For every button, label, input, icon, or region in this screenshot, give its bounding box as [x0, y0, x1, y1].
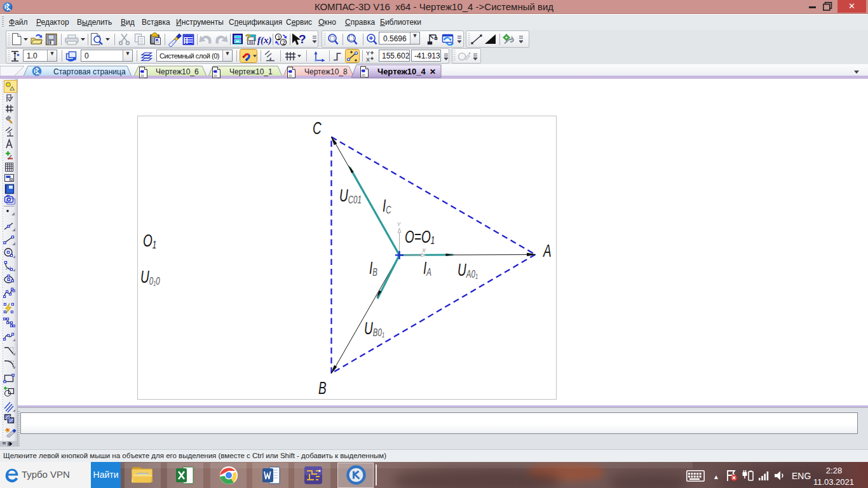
svg-text:C: C	[313, 118, 322, 138]
svg-text:B: B	[318, 377, 327, 398]
svg-text:O=O1: O=O1	[405, 226, 435, 247]
svg-text:✕: ✕	[430, 67, 436, 76]
svg-text:Y: Y	[366, 50, 370, 57]
svg-text:X: X	[421, 247, 426, 254]
svg-text:f(x): f(x)	[257, 35, 272, 46]
svg-text:1: 1	[277, 34, 280, 41]
svg-text:X: X	[366, 57, 370, 63]
svg-text:?: ?	[299, 32, 306, 46]
svg-text:Чертеж10_4: Чертеж10_4	[377, 67, 426, 76]
svg-text:Чертеж10_1: Чертеж10_1	[229, 67, 273, 76]
svg-text:2: 2	[282, 39, 285, 46]
svg-text:Y: Y	[397, 221, 402, 227]
svg-text:Стартовая страница: Стартовая страница	[53, 67, 126, 76]
svg-text:?: ?	[245, 32, 251, 43]
svg-text:Чертеж10_6: Чертеж10_6	[156, 67, 199, 76]
svg-text:A: A	[542, 240, 551, 261]
svg-text:Чертеж10_8: Чертеж10_8	[304, 67, 348, 76]
